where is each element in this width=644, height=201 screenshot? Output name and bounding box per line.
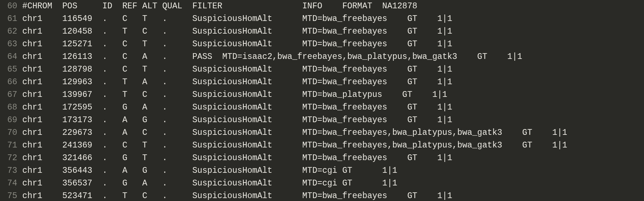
code-line[interactable]: #CHROM POS ID REF ALT QUAL FILTER INFO F… [22, 0, 644, 13]
code-line[interactable]: chr1 125271 . C T . SuspiciousHomAlt MTD… [22, 38, 644, 51]
line-number: 67 [7, 89, 17, 101]
line-number: 70 [7, 127, 17, 139]
line-number: 66 [7, 76, 17, 89]
line-number: 73 [7, 164, 17, 177]
line-number: 72 [7, 152, 17, 164]
code-line[interactable]: chr1 523471 . T C . SuspiciousHomAlt MTD… [22, 190, 644, 201]
line-number: 74 [7, 177, 17, 190]
line-number: 65 [7, 63, 17, 76]
text-editor[interactable]: 60616263646566676869707172737475 #CHROM … [0, 0, 644, 201]
code-line[interactable]: chr1 241369 . C T . SuspiciousHomAlt MTD… [22, 139, 644, 152]
code-area[interactable]: #CHROM POS ID REF ALT QUAL FILTER INFO F… [22, 0, 644, 201]
line-number: 71 [7, 139, 17, 152]
line-number: 75 [7, 190, 17, 201]
code-line[interactable]: chr1 356443 . A G . SuspiciousHomAlt MTD… [22, 164, 644, 177]
line-number-gutter: 60616263646566676869707172737475 [0, 0, 22, 201]
code-line[interactable]: chr1 126113 . C A . PASS MTD=isaac2,bwa_… [22, 51, 644, 63]
code-line[interactable]: chr1 129963 . T A . SuspiciousHomAlt MTD… [22, 76, 644, 89]
code-line[interactable]: chr1 321466 . G T . SuspiciousHomAlt MTD… [22, 152, 644, 164]
code-line[interactable]: chr1 172595 . G A . SuspiciousHomAlt MTD… [22, 101, 644, 114]
line-number: 63 [7, 38, 17, 51]
line-number: 62 [7, 25, 17, 38]
code-line[interactable]: chr1 229673 . A C . SuspiciousHomAlt MTD… [22, 127, 644, 139]
code-line[interactable]: chr1 116549 . C T . SuspiciousHomAlt MTD… [22, 13, 644, 25]
code-line[interactable]: chr1 356537 . G A . SuspiciousHomAlt MTD… [22, 177, 644, 190]
line-number: 68 [7, 101, 17, 114]
code-line[interactable]: chr1 120458 . T C . SuspiciousHomAlt MTD… [22, 25, 644, 38]
code-line[interactable]: chr1 139967 . T C . SuspiciousHomAlt MTD… [22, 89, 644, 101]
code-line[interactable]: chr1 128798 . C T . SuspiciousHomAlt MTD… [22, 63, 644, 76]
line-number: 64 [7, 51, 17, 63]
line-number: 69 [7, 114, 17, 127]
line-number: 61 [7, 13, 17, 25]
code-line[interactable]: chr1 173173 . A G . SuspiciousHomAlt MTD… [22, 114, 644, 127]
line-number: 60 [7, 0, 17, 13]
